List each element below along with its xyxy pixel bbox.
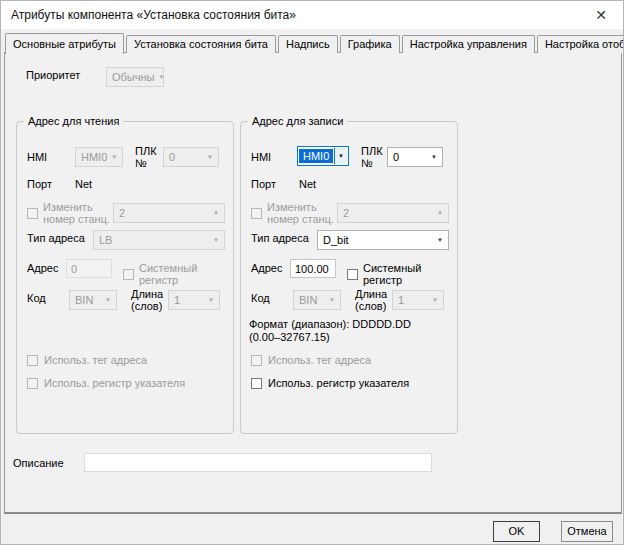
read-hmi-select: HMI0▼ [75,147,123,167]
chevron-down-icon: ▼ [437,210,443,216]
read-station-select: 2▼ [113,203,225,223]
tab-bit-state-setting[interactable]: Установка состояния бита [126,35,276,53]
chevron-down-icon: ▼ [111,154,117,160]
read-addr-type-label: Тип адреса [27,232,93,244]
write-use-pointer-register-checkbox[interactable] [251,378,262,389]
read-port-value: Net [75,178,92,190]
read-system-register-label: Системный регистр [139,262,224,286]
write-change-station-checkbox [251,208,262,219]
write-length-select: 1▼ [392,290,444,310]
read-use-pointer-register-label: Использ. регистр указателя [44,377,185,389]
chevron-down-icon: ▼ [105,297,111,303]
read-plc-label: ПЛК № [135,145,157,169]
write-hmi-select[interactable]: HMI0 ▼ [297,146,349,166]
description-label: Описание [13,457,64,469]
read-port-row: Порт Net [27,178,224,190]
tab-graphics[interactable]: Графика [340,35,400,53]
write-addr-type-select[interactable]: D_bit▼ [317,230,449,250]
chevron-down-icon: ▼ [329,297,335,303]
write-port-label: Порт [251,178,299,190]
chevron-down-icon: ▼ [208,297,214,303]
read-use-tag-row: Использ. тег адреса [27,354,224,366]
dialog-title: Атрибуты компонента «Установка состояния… [11,8,296,22]
chevron-down-icon: ▼ [432,297,438,303]
read-use-pointer-register-checkbox [27,378,38,389]
read-code-select: BIN▼ [69,290,117,310]
read-sysreg-row: Системный регистр [123,262,224,286]
write-use-pointer-register-label: Использ. регистр указателя [268,377,409,389]
priority-label: Приоритет [26,69,106,81]
read-use-pointer-row: Использ. регистр указателя [27,377,224,389]
write-addr-type-label: Тип адреса [251,232,317,244]
write-port-value: Net [299,178,316,190]
read-change-station-label: Изменить номер станц. [43,201,110,225]
write-use-pointer-row: Использ. регистр указателя [251,377,448,389]
write-port-row: Порт Net [251,178,448,190]
write-address-group: Адрес для записи HMI HMI0 ▼ ПЛК № 0▼ Пор… [240,121,458,434]
read-use-address-tag-checkbox [27,355,38,366]
write-format-line2: (0.00–32767.15) [249,331,448,343]
chevron-down-icon: ▼ [207,154,213,160]
read-addr-type-select: LB▼ [93,230,225,250]
write-use-tag-row: Использ. тег адреса [251,354,448,366]
read-address-group: Адрес для чтения HMI HMI0▼ ПЛК № 0▼ Порт… [16,121,234,434]
chevron-down-icon: ▼ [431,154,437,160]
tab-main-attributes[interactable]: Основные атрибуты [5,33,124,54]
read-length-select: 1▼ [168,290,220,310]
write-sysreg-row: Системный регистр [347,262,448,286]
write-hmi-label: HMI [251,151,299,163]
ok-button[interactable]: OK [493,521,540,542]
read-change-station-checkbox [27,208,38,219]
chevron-down-icon: ▼ [213,237,219,243]
read-code-label: Код [27,292,75,304]
write-system-register-label: Системный регистр [363,262,448,286]
tab-control-settings[interactable]: Настройка управления [402,35,535,53]
write-code-label: Код [251,292,299,304]
description-input[interactable] [84,453,432,472]
tab-label[interactable]: Надпись [278,35,338,53]
write-station-select: 2▼ [337,203,449,223]
write-use-address-tag-label: Использ. тег адреса [268,354,371,366]
priority-select: Обычны▼ [106,67,164,87]
read-address-input [66,259,112,278]
dropdown-button[interactable]: ▼ [334,148,347,164]
read-hmi-label: HMI [27,151,75,163]
write-use-address-tag-checkbox [251,355,262,366]
chevron-down-icon: ▼ [213,210,219,216]
cancel-button[interactable]: Отмена [561,521,613,542]
chevron-down-icon: ▼ [158,74,164,80]
chevron-down-icon: ▼ [338,153,344,159]
tab-strip: Основные атрибуты Установка состояния би… [5,33,619,53]
close-icon[interactable]: ✕ [591,5,611,25]
tab-display-settings[interactable]: Настройка отображения [537,35,624,53]
title-bar: Атрибуты компонента «Установка состояния… [1,1,623,29]
write-system-register-checkbox[interactable] [347,269,358,280]
read-system-register-checkbox [123,269,134,280]
chevron-down-icon: ▼ [437,237,443,243]
write-length-label: Длина (слов) [355,288,387,312]
write-format-line1: Формат (диапазон): DDDDD.DD [249,318,448,330]
write-code-select: BIN▼ [293,290,341,310]
component-attributes-dialog: Атрибуты компонента «Установка состояния… [0,0,624,545]
write-group-title: Адрес для записи [248,115,347,127]
read-port-label: Порт [27,178,75,190]
write-address-input[interactable] [290,259,336,278]
tab-page-main-attributes: Приоритет Обычны▼ Адрес для чтения HMI H… [4,52,622,514]
read-plc-select: 0▼ [163,147,219,167]
read-group-title: Адрес для чтения [24,115,123,127]
write-change-station-label: Изменить номер станц. [267,201,334,225]
write-plc-label: ПЛК № [361,145,383,169]
write-plc-select[interactable]: 0▼ [387,147,443,167]
read-use-address-tag-label: Использ. тег адреса [44,354,147,366]
read-length-label: Длина (слов) [131,288,163,312]
